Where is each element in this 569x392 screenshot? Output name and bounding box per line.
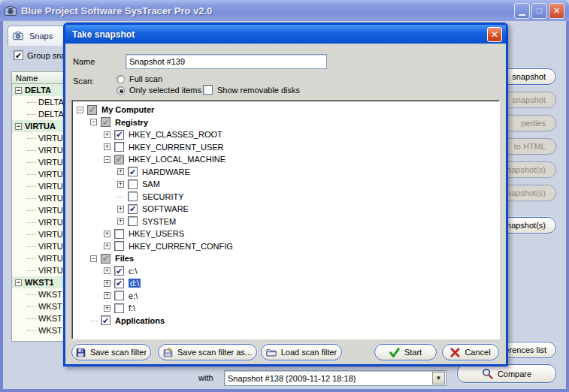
collapse-icon[interactable]: −	[15, 123, 22, 130]
tree-item-label[interactable]: HKEY_LOCAL_MACHINE	[129, 155, 225, 164]
tree-row[interactable]: +SAM	[75, 178, 499, 191]
expand-icon[interactable]: +	[117, 218, 124, 225]
tree-item-label[interactable]: My Computer	[101, 105, 154, 114]
tree-row[interactable]: −✔HKEY_LOCAL_MACHINE	[75, 153, 499, 166]
tree-item-label[interactable]: HKEY_CURRENT_CONFIG	[129, 242, 233, 251]
expand-icon[interactable]: +	[104, 280, 110, 287]
save-scan-filter-as-button[interactable]: Save scan filter as...	[158, 344, 257, 360]
maximize-button[interactable]: □	[531, 3, 547, 19]
tree-row[interactable]: −✔Files	[75, 252, 499, 265]
show-removable-disks-checkbox[interactable]: Show removable disks	[203, 85, 300, 95]
tree-item-label[interactable]: HKEY_CURRENT_USER	[129, 143, 224, 152]
checkbox-empty-icon[interactable]	[114, 241, 124, 251]
collapse-icon[interactable]: −	[90, 255, 97, 262]
collapse-icon[interactable]: −	[77, 107, 83, 113]
name-input[interactable]	[126, 54, 327, 69]
tree-row[interactable]: +✔c:\	[75, 265, 499, 278]
tree-item-label[interactable]: d:\	[129, 279, 141, 288]
chevron-down-icon[interactable]: ▼	[432, 372, 445, 384]
folder-icon	[266, 348, 277, 357]
checkbox-mixed-icon[interactable]: ✔	[101, 254, 110, 264]
tree-row[interactable]: +✔HKEY_CLASSES_ROOT	[75, 128, 499, 141]
checkbox-mixed-icon[interactable]: ✔	[87, 105, 97, 115]
tree-item-label[interactable]: Applications	[115, 316, 165, 325]
tree-item-label[interactable]: SAM	[142, 179, 160, 188]
tree-item-label[interactable]: HKEY_USERS	[129, 229, 184, 238]
snapshot-label: DELTA	[25, 86, 51, 95]
compare-button-label: Compare	[498, 369, 531, 378]
minimize-button[interactable]: ▁	[514, 3, 530, 19]
checkbox-empty-icon[interactable]	[114, 303, 124, 313]
expand-icon[interactable]: +	[104, 292, 110, 299]
tree-row[interactable]: +HKEY_CURRENT_CONFIG	[75, 240, 499, 253]
take-snapshot-dialog: Take snapshot ✕ Name Scan: Full scan Onl…	[63, 23, 508, 366]
expand-icon[interactable]: +	[117, 181, 124, 188]
tree-item-label[interactable]: Registry	[115, 118, 148, 127]
load-scan-filter-button[interactable]: Load scan filter	[261, 344, 342, 360]
save-scan-filter-as-label: Save scan filter as...	[177, 348, 252, 357]
checkbox-checked-icon[interactable]: ✔	[101, 315, 110, 325]
checkbox-empty-icon[interactable]	[128, 179, 138, 189]
checkbox-empty-icon[interactable]	[114, 291, 124, 300]
tree-row[interactable]: +SYSTEM	[75, 216, 499, 228]
tree-item-label[interactable]: SECURITY	[142, 192, 184, 201]
tree-row[interactable]: ✔Applications	[75, 315, 499, 327]
tree-row[interactable]: +✔HARDWARE	[75, 166, 499, 179]
tree-row[interactable]: +e:\	[75, 290, 499, 303]
expand-icon[interactable]: +	[117, 168, 124, 175]
expand-icon[interactable]: +	[104, 131, 110, 138]
checkbox-checked-icon[interactable]: ✔	[114, 130, 124, 140]
tree-row[interactable]: +✔d:\	[75, 277, 499, 290]
save-scan-filter-button[interactable]: Save scan filter	[71, 344, 151, 360]
checkbox-mixed-icon[interactable]: ✔	[101, 117, 110, 127]
radio-full-scan-label: Full scan	[129, 74, 162, 83]
start-button[interactable]: Start	[374, 344, 437, 360]
tree-item-label[interactable]: SOFTWARE	[142, 204, 189, 213]
checkbox-checked-icon[interactable]: ✔	[128, 204, 138, 214]
tree-item-label[interactable]: SYSTEM	[142, 217, 176, 226]
tree-row[interactable]: −✔My Computer	[75, 104, 499, 116]
tree-row[interactable]: +HKEY_CURRENT_USER	[75, 141, 499, 154]
compare-with-combo[interactable]: Snapshot #138 (2009-11-12 18:18) ▼	[224, 370, 446, 386]
expand-icon[interactable]: +	[104, 267, 110, 274]
collapse-icon[interactable]: −	[15, 279, 22, 286]
tree-item-label[interactable]: c:\	[129, 267, 138, 276]
collapse-icon[interactable]: −	[15, 87, 22, 94]
tree-row[interactable]: −✔Registry	[75, 116, 499, 129]
checkbox-empty-icon[interactable]	[128, 216, 138, 226]
radio-full-scan[interactable]: Full scan	[117, 74, 162, 83]
checkbox-checked-icon[interactable]: ✔	[114, 266, 124, 276]
radio-only-selected-items[interactable]: Only selected items	[117, 86, 201, 95]
tree-row[interactable]: +HKEY_USERS	[75, 228, 499, 240]
tree-item-label[interactable]: f:\	[129, 303, 135, 312]
tree-item-label[interactable]: Files	[115, 254, 134, 263]
expand-icon[interactable]: +	[104, 243, 110, 249]
tree-row[interactable]: +✔SOFTWARE	[75, 203, 499, 216]
tree-line	[27, 114, 36, 115]
expand-icon[interactable]: +	[117, 206, 124, 213]
snapshot-label: WKST1	[25, 278, 54, 287]
tree-item-label[interactable]: HKEY_CLASSES_ROOT	[129, 130, 222, 139]
checkbox-checked-icon[interactable]: ✔	[114, 279, 124, 288]
cancel-button[interactable]: Cancel	[442, 344, 499, 360]
compare-button[interactable]: Compare	[457, 364, 556, 383]
collapse-icon[interactable]: −	[104, 156, 110, 163]
dialog-close-button[interactable]: ✕	[487, 27, 502, 42]
tree-row[interactable]: SECURITY	[75, 191, 499, 204]
tree-item-label[interactable]: e:\	[129, 291, 138, 300]
tree-item-label[interactable]: HARDWARE	[142, 167, 190, 176]
close-button[interactable]: ✕	[549, 3, 564, 19]
checkbox-empty-icon[interactable]	[114, 142, 124, 152]
collapse-icon[interactable]: −	[90, 119, 97, 125]
checkbox-empty-icon[interactable]	[114, 229, 124, 239]
group-snapshots-checkbox[interactable]: ✔ Group sna	[14, 50, 65, 60]
expand-icon[interactable]: +	[104, 143, 110, 150]
checkbox-empty-icon[interactable]	[128, 191, 138, 201]
main-titlebar: Blue Project Software SysTracer Pro v2.0…	[0, 0, 569, 21]
expand-icon[interactable]: +	[104, 231, 110, 237]
checkbox-mixed-icon[interactable]: ✔	[114, 155, 124, 164]
expand-icon[interactable]: +	[104, 305, 110, 312]
checkbox-checked-icon[interactable]: ✔	[128, 167, 138, 176]
tree-row[interactable]: +f:\	[75, 302, 499, 315]
tree-line	[27, 246, 36, 247]
